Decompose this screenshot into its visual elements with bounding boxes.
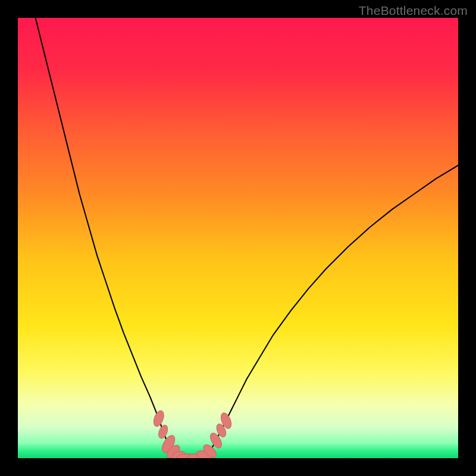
chart-frame: TheBottleneck.com — [0, 0, 476, 476]
plot-area — [18, 18, 458, 458]
curve-markers — [152, 409, 233, 458]
curve-layer — [18, 18, 458, 458]
bottleneck-curve — [36, 18, 458, 458]
watermark-text: TheBottleneck.com — [359, 4, 468, 18]
